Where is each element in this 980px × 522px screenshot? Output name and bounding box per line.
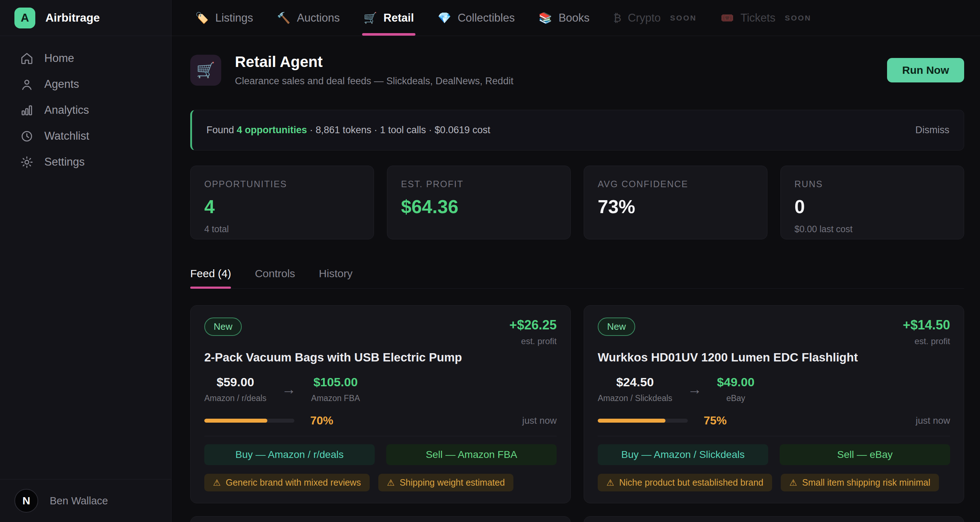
sell-button[interactable]: Sell — eBay (780, 444, 950, 465)
profit-caption: est. profit (903, 336, 950, 346)
soon-badge: SOON (785, 14, 811, 22)
warning-text: Generic brand with mixed reviews (226, 478, 361, 488)
warning-icon: ⚠ (789, 478, 797, 488)
tab-books[interactable]: 📚 Books (539, 0, 590, 36)
stat-value: 73% (598, 196, 753, 217)
buy-price: $59.00 (216, 375, 254, 389)
cart-icon: 🛒 (190, 55, 221, 86)
sell-button[interactable]: Sell — Amazon FBA (386, 444, 557, 465)
tab-label: Books (558, 11, 589, 24)
buy-price-block: $24.50 Amazon / Slickdeals (598, 375, 672, 403)
sidebar-spacer (0, 175, 171, 479)
sidebar-item-settings[interactable]: Settings (0, 149, 171, 175)
confidence-row: 70% just now (204, 414, 557, 427)
price-row: $24.50 Amazon / Slickdeals → $49.00 eBay (598, 375, 950, 403)
warnings-row: ⚠ Generic brand with mixed reviews ⚠ Shi… (204, 474, 557, 492)
page-subtitle: Clearance sales and deal feeds — Slickde… (235, 76, 514, 87)
warning-pill: ⚠ Niche product but established brand (598, 474, 772, 492)
sidebar-item-label: Home (44, 52, 74, 65)
sidebar-item-label: Settings (44, 155, 85, 168)
action-row: Buy — Amazon / Slickdeals Sell — eBay (598, 444, 950, 465)
tab-label: Tickets (740, 11, 775, 24)
tab-listings[interactable]: 🏷️ Listings (195, 0, 253, 36)
tab-label: Listings (215, 11, 253, 24)
tab-feed[interactable]: Feed (4) (190, 268, 231, 288)
feed-card: New +$26.25 est. profit 2-Pack Vacuum Ba… (190, 305, 571, 503)
buy-source: Amazon / Slickdeals (598, 393, 672, 403)
dismiss-button[interactable]: Dismiss (915, 125, 950, 136)
card-head: New +$14.50 est. profit (598, 317, 950, 346)
main-area: 🏷️ Listings 🔨 Auctions 🛒 Retail 💎 Collec… (172, 0, 980, 522)
feed-card: New +$14.50 est. profit Wurkkos HD01UV 1… (584, 305, 964, 503)
tab-retail[interactable]: 🛒 Retail (364, 0, 414, 36)
profit-value: +$14.50 (903, 317, 950, 333)
sidebar-item-home[interactable]: Home (0, 45, 171, 71)
banner-highlight: 4 opportunities (237, 125, 307, 136)
stat-sub: 4 total (204, 224, 360, 234)
books-icon: 📚 (539, 11, 552, 24)
home-icon (20, 52, 33, 65)
tab-collectibles[interactable]: 💎 Collectibles (438, 0, 515, 36)
run-now-button[interactable]: Run Now (887, 58, 964, 83)
brand: A Airbitrage (0, 0, 171, 36)
stat-label: EST. PROFIT (401, 179, 557, 189)
confidence-fill (598, 419, 665, 423)
stats-row: OPPORTUNITIES 4 4 total EST. PROFIT $64.… (190, 166, 964, 240)
brand-name: Airbitrage (45, 11, 100, 24)
buy-button[interactable]: Buy — Amazon / r/deals (204, 444, 375, 465)
agent-header-text: Retail Agent Clearance sales and deal fe… (235, 53, 514, 87)
divider (598, 436, 950, 436)
feed-card: New +$13.50 est. profit Stanley IceFlow … (190, 516, 571, 522)
warning-icon: ⚠ (213, 478, 221, 488)
sell-price-block: $105.00 Amazon FBA (311, 375, 360, 403)
sidebar-item-label: Agents (44, 78, 79, 91)
confidence-bar (204, 419, 294, 423)
buy-source: Amazon / r/deals (204, 393, 267, 403)
warning-icon: ⚠ (606, 478, 614, 488)
crypto-icon: ₿ (613, 12, 621, 24)
stat-value: 0 (794, 196, 950, 217)
stat-value: 4 (204, 196, 360, 217)
sell-price: $105.00 (313, 375, 358, 389)
profit-value: +$26.25 (509, 317, 557, 333)
sidebar-item-analytics[interactable]: Analytics (0, 97, 171, 123)
feed-card: New +$10.11 est. profit Rubbermaid 42-Pi… (584, 516, 964, 522)
warning-text: Small item shipping risk minimal (802, 478, 930, 488)
warning-text: Shipping weight estimated (399, 478, 505, 488)
tab-controls[interactable]: Controls (255, 268, 295, 288)
avatar: N (14, 489, 38, 512)
card-title: 2-Pack Vacuum Bags with USB Electric Pum… (204, 351, 557, 364)
stat-label: OPPORTUNITIES (204, 179, 360, 189)
collectibles-icon: 💎 (438, 11, 451, 24)
person-icon (20, 78, 33, 91)
card-title: Wurkkos HD01UV 1200 Lumen EDC Flashlight (598, 351, 950, 364)
buy-price-block: $59.00 Amazon / r/deals (204, 375, 267, 403)
app-root: A Airbitrage Home Agents Analytics Watch… (0, 0, 980, 522)
bar-chart-icon (20, 104, 33, 117)
tab-tickets[interactable]: 🎟️ Tickets SOON (721, 0, 811, 36)
sidebar-item-watchlist[interactable]: Watchlist (0, 123, 171, 149)
price-row: $59.00 Amazon / r/deals → $105.00 Amazon… (204, 375, 557, 403)
sell-market: eBay (726, 393, 745, 403)
tab-label: Collectibles (458, 11, 515, 24)
tab-auctions[interactable]: 🔨 Auctions (277, 0, 340, 36)
action-row: Buy — Amazon / r/deals Sell — Amazon FBA (204, 444, 557, 465)
retail-icon: 🛒 (364, 11, 377, 24)
confidence-value: 75% (704, 414, 727, 427)
user-profile[interactable]: N Ben Wallace (0, 479, 171, 522)
content: 🛒 Retail Agent Clearance sales and deal … (172, 36, 980, 522)
stat-est-profit: EST. PROFIT $64.36 (387, 166, 571, 240)
warnings-row: ⚠ Niche product but established brand ⚠ … (598, 474, 950, 492)
sun-icon (20, 155, 33, 169)
buy-button[interactable]: Buy — Amazon / Slickdeals (598, 444, 768, 465)
card-head: New +$26.25 est. profit (204, 317, 557, 346)
tab-history[interactable]: History (319, 268, 352, 288)
sidebar: A Airbitrage Home Agents Analytics Watch… (0, 0, 172, 522)
sidebar-item-agents[interactable]: Agents (0, 71, 171, 97)
confidence-fill (204, 419, 267, 423)
new-badge: New (598, 317, 635, 336)
profit-block: +$14.50 est. profit (903, 317, 950, 346)
banner-detail: · 8,861 tokens · 1 tool calls · $0.0619 … (307, 125, 490, 136)
arrow-icon: → (687, 381, 702, 397)
tab-crypto[interactable]: ₿ Crypto SOON (613, 0, 697, 36)
